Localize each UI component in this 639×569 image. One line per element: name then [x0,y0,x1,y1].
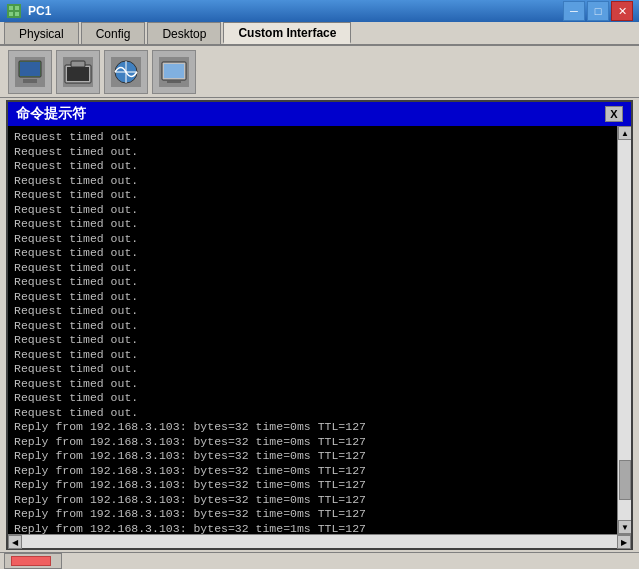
icon-strip [0,46,639,98]
terminal-line: Reply from 192.168.3.103: bytes=32 time=… [14,507,611,522]
horizontal-scrollbar[interactable]: ◀ ▶ [8,534,631,548]
cmd-close-button[interactable]: X [605,106,623,122]
svg-rect-11 [67,67,89,81]
tab-physical[interactable]: Physical [4,22,79,44]
terminal-line: Request timed out. [14,174,611,189]
terminal-line: Request timed out. [14,203,611,218]
tab-desktop[interactable]: Desktop [147,22,221,44]
title-bar: PC1 ─ □ ✕ [0,0,639,22]
terminal-line: Request timed out. [14,275,611,290]
terminal-line: Request timed out. [14,348,611,363]
terminal-line: Reply from 192.168.3.103: bytes=32 time=… [14,420,611,435]
cmd-titlebar: 命令提示符 X [8,102,631,126]
terminal-line: Request timed out. [14,246,611,261]
icon-box-2[interactable] [56,50,100,94]
tab-physical-label: Physical [19,27,64,41]
svg-rect-8 [20,62,40,76]
scrollbar-right-button[interactable]: ▶ [617,535,631,549]
terminal-line: Request timed out. [14,261,611,276]
svg-rect-2 [15,6,19,10]
tab-desktop-label: Desktop [162,27,206,41]
cmd-window: 命令提示符 X Request timed out.Request timed … [6,100,633,550]
tab-bar: Physical Config Desktop Custom Interface [0,22,639,46]
terminal-line: Request timed out. [14,232,611,247]
scrollbar-h-track[interactable] [22,535,617,548]
terminal-line: Request timed out. [14,217,611,232]
scrollbar-down-button[interactable]: ▼ [618,520,631,534]
terminal-line: Reply from 192.168.3.103: bytes=32 time=… [14,435,611,450]
terminal-line: Request timed out. [14,362,611,377]
svg-rect-12 [71,61,85,67]
scrollbar-left-button[interactable]: ◀ [8,535,22,549]
scrollbar-thumb[interactable] [619,460,631,500]
svg-rect-7 [23,79,37,83]
terminal-line: Request timed out. [14,188,611,203]
status-item-1 [4,553,62,569]
terminal-line: Request timed out. [14,159,611,174]
app-icon [6,3,22,19]
content-area: 命令提示符 X Request timed out.Request timed … [0,98,639,552]
tab-custom[interactable]: Custom Interface [223,22,351,44]
close-button[interactable]: ✕ [611,1,633,21]
window-title: PC1 [28,4,563,18]
scrollbar-track[interactable] [618,140,631,520]
maximize-button[interactable]: □ [587,1,609,21]
terminal-body[interactable]: Request timed out.Request timed out.Requ… [8,126,617,534]
status-bar [0,552,639,569]
svg-rect-20 [167,81,181,83]
icon-box-1[interactable] [8,50,52,94]
terminal-line: Reply from 192.168.3.103: bytes=32 time=… [14,478,611,493]
terminal-line: Request timed out. [14,391,611,406]
tab-config[interactable]: Config [81,22,146,44]
terminal-line: Reply from 192.168.3.103: bytes=32 time=… [14,522,611,535]
terminal-line: Request timed out. [14,377,611,392]
window-controls: ─ □ ✕ [563,1,633,21]
terminal-line: Request timed out. [14,319,611,334]
scrollbar-up-button[interactable]: ▲ [618,126,631,140]
icon-box-3[interactable] [104,50,148,94]
svg-rect-19 [164,64,184,78]
svg-rect-3 [9,12,13,16]
terminal-line: Request timed out. [14,333,611,348]
terminal-line: Request timed out. [14,304,611,319]
svg-rect-4 [15,12,19,16]
cmd-title: 命令提示符 [16,105,86,123]
svg-rect-1 [9,6,13,10]
app-window: PC1 ─ □ ✕ Physical Config Desktop Custom… [0,0,639,569]
terminal-line: Request timed out. [14,290,611,305]
tab-config-label: Config [96,27,131,41]
cmd-content-area: Request timed out.Request timed out.Requ… [8,126,631,534]
icon-box-4[interactable] [152,50,196,94]
terminal-line: Request timed out. [14,130,611,145]
terminal-line: Reply from 192.168.3.103: bytes=32 time=… [14,464,611,479]
vertical-scrollbar[interactable]: ▲ ▼ [617,126,631,534]
terminal-line: Request timed out. [14,145,611,160]
terminal-line: Reply from 192.168.3.103: bytes=32 time=… [14,493,611,508]
terminal-line: Reply from 192.168.3.103: bytes=32 time=… [14,449,611,464]
minimize-button[interactable]: ─ [563,1,585,21]
tab-custom-label: Custom Interface [238,26,336,40]
terminal-line: Request timed out. [14,406,611,421]
